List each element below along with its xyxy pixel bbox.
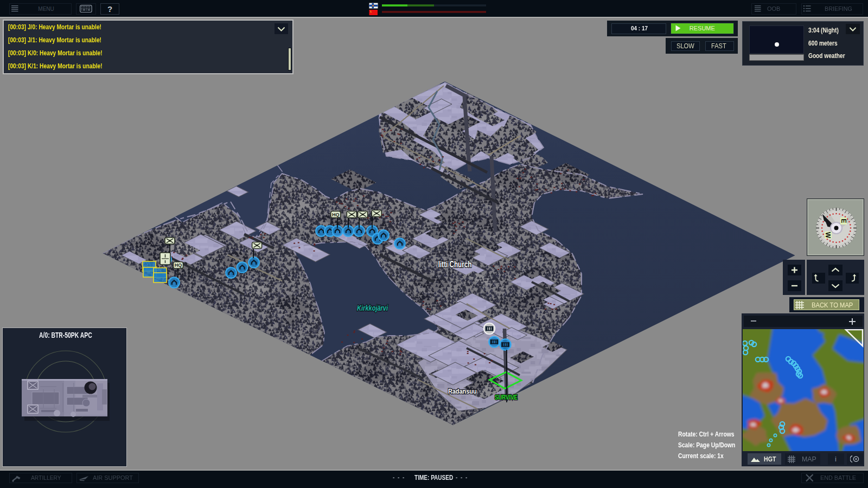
- svg-text:Kirkkojärvi: Kirkkojärvi: [357, 303, 388, 312]
- svg-text:HQ: HQ: [175, 262, 182, 268]
- svg-text:E: E: [840, 219, 847, 223]
- svg-text:HQ: HQ: [332, 212, 340, 217]
- svg-text:Iitti Church: Iitti Church: [438, 259, 472, 269]
- svg-text:Radansuu: Radansuu: [448, 387, 477, 395]
- svg-text:SURVIVE: SURVIVE: [495, 394, 518, 401]
- svg-text:W: W: [824, 232, 832, 239]
